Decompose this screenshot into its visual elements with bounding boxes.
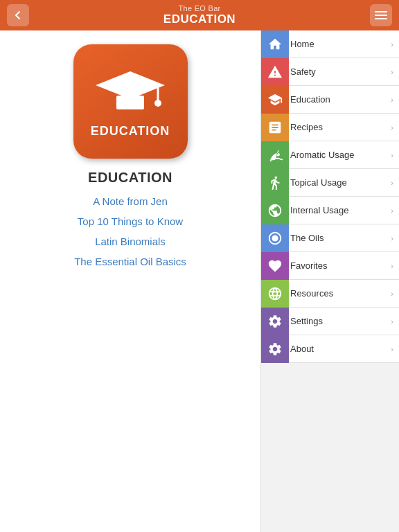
topical-icon [261,169,289,197]
oils-icon [261,224,289,252]
link-essential-oil-basics[interactable]: The Essential Oil Basics [74,253,186,270]
sidebar-item-aromatic[interactable]: Aromatic Usage › [261,141,399,169]
aromatic-icon [261,141,289,169]
chevron-icon: › [385,96,399,104]
hamburger-icon [375,11,387,12]
back-button[interactable] [7,4,29,26]
chevron-icon: › [385,290,399,298]
header-app-name: The EO Bar [163,4,236,12]
home-icon [261,30,289,58]
chevron-icon: › [385,234,399,242]
content-links: A Note from Jen Top 10 Things to Know La… [0,193,260,270]
sidebar-item-education[interactable]: Education › [261,86,399,114]
chevron-icon: › [385,206,399,215]
sidebar-label-oils: The Oils [289,233,385,243]
content-title: EDUCATION [88,170,172,186]
link-latin-binomials[interactable]: Latin Binomials [95,233,166,250]
app-header: The EO Bar EDUCATION [0,0,399,30]
about-icon [261,335,289,363]
sidebar: Home › Safety › Education › Recipes › [260,30,399,532]
chevron-icon: › [385,40,399,48]
svg-point-3 [154,100,161,107]
chevron-icon: › [385,151,399,159]
recipes-icon [261,114,289,141]
sidebar-item-internal[interactable]: Internal Usage › [261,197,399,224]
favorites-icon [261,252,289,280]
link-top-10[interactable]: Top 10 Things to Know [78,213,183,230]
main-area: EDUCATION EDUCATION A Note from Jen Top … [0,30,399,532]
content-panel: EDUCATION EDUCATION A Note from Jen Top … [0,30,260,532]
svg-marker-0 [96,71,165,99]
link-note-from-jen[interactable]: A Note from Jen [93,193,168,210]
sidebar-item-safety[interactable]: Safety › [261,58,399,86]
svg-rect-1 [116,96,144,109]
sidebar-item-recipes[interactable]: Recipes › [261,114,399,141]
chevron-icon: › [385,179,399,187]
sidebar-item-favorites[interactable]: Favorites › [261,252,399,280]
sidebar-label-favorites: Favorites [289,260,385,271]
sidebar-label-education: Education [289,94,385,105]
sidebar-label-safety: Safety [289,66,385,77]
sidebar-item-settings[interactable]: Settings › [261,308,399,335]
chevron-icon: › [385,262,399,270]
sidebar-item-home[interactable]: Home › [261,30,399,58]
sidebar-label-aromatic: Aromatic Usage [289,150,385,160]
settings-icon [261,308,289,335]
edu-icon-label: EDUCATION [91,124,170,139]
education-icon-container: EDUCATION [73,44,188,159]
sidebar-item-oils[interactable]: The Oils › [261,224,399,252]
header-title-block: The EO Bar EDUCATION [163,4,236,26]
internal-icon [261,197,289,224]
chevron-icon: › [385,123,399,132]
sidebar-label-settings: Settings [289,316,385,326]
hamburger-icon [375,15,387,16]
sidebar-item-resources[interactable]: Resources › [261,280,399,308]
hamburger-icon [375,18,387,19]
sidebar-item-about[interactable]: About › [261,335,399,363]
chevron-icon: › [385,317,399,326]
sidebar-item-topical[interactable]: Topical Usage › [261,169,399,197]
sidebar-label-internal: Internal Usage [289,205,385,215]
resources-icon [261,280,289,308]
sidebar-label-resources: Resources [289,288,385,299]
sidebar-label-about: About [289,344,385,354]
svg-point-4 [272,235,278,241]
safety-icon [261,58,289,86]
chevron-icon: › [385,345,399,353]
education-icon [261,86,289,114]
sidebar-label-home: Home [289,39,385,49]
sidebar-label-recipes: Recipes [289,122,385,132]
menu-button[interactable] [370,4,392,26]
header-title: EDUCATION [163,12,236,26]
sidebar-label-topical: Topical Usage [289,177,385,188]
chevron-icon: › [385,68,399,76]
mortar-board-svg [92,64,168,120]
